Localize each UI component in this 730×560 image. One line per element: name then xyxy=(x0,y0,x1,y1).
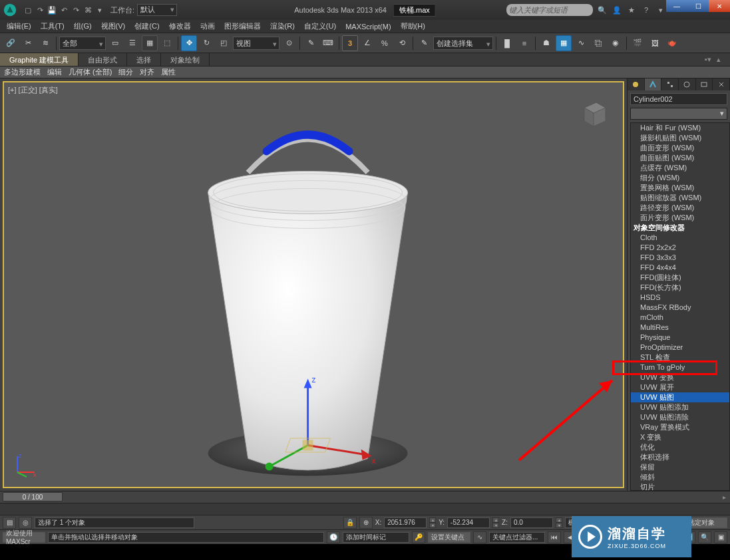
viewport-label[interactable]: [+] [正交] [真实] xyxy=(8,85,58,95)
cmd-tab-modify[interactable] xyxy=(645,78,662,90)
qat-save-icon[interactable]: 💾 xyxy=(47,5,57,15)
cmd-tab-utilities[interactable] xyxy=(713,78,730,90)
script-listener-toggle[interactable]: ▤ xyxy=(3,517,16,529)
percent-snap-icon[interactable]: % xyxy=(377,35,393,51)
y-coord-field[interactable]: -52.234 xyxy=(447,517,490,528)
y-spinner[interactable]: ▴▾ xyxy=(492,517,499,528)
app-logo[interactable] xyxy=(0,0,20,20)
modifier-item[interactable]: 体积选择 xyxy=(631,452,729,462)
ribbon-sub-poly[interactable]: 多边形建模 xyxy=(4,67,41,77)
ribbon-tab-selection[interactable]: 选择 xyxy=(127,53,161,66)
modifier-item[interactable]: 保留 xyxy=(631,462,729,472)
x-coord-field[interactable]: 2051.976 xyxy=(384,517,427,528)
manipulate-icon[interactable]: ✎ xyxy=(303,35,319,51)
use-center-icon[interactable]: ⊙ xyxy=(281,35,297,51)
layer-manager-icon[interactable]: ☗ xyxy=(538,35,554,51)
ribbon-sub-props[interactable]: 属性 xyxy=(161,67,176,77)
ribbon-tab-modeling[interactable]: Graphite 建模工具 xyxy=(0,53,79,66)
modifier-item[interactable]: FFD 2x2x2 xyxy=(631,243,729,253)
abs-rel-icon[interactable]: ⊕ xyxy=(359,517,373,529)
modifier-item[interactable]: STL 检查 xyxy=(631,352,729,362)
qat-redo-icon[interactable]: ↷ xyxy=(71,5,81,15)
add-time-tag[interactable]: 添加时间标记 xyxy=(343,532,409,543)
title-dropdown-icon[interactable]: ▾ xyxy=(655,5,666,15)
ribbon-sub-align[interactable]: 对齐 xyxy=(140,67,154,77)
signin-icon[interactable]: 👤 xyxy=(612,5,622,15)
modifier-item[interactable]: 细分 (WSM) xyxy=(631,173,729,183)
set-key-button[interactable]: 设置关键点 xyxy=(428,532,470,543)
select-by-name-icon[interactable]: ☰ xyxy=(124,35,140,51)
select-object-icon[interactable]: ▭ xyxy=(107,35,123,51)
select-move-icon[interactable]: ✥ xyxy=(181,35,197,51)
z-spinner[interactable]: ▴▾ xyxy=(556,517,562,528)
modifier-item[interactable]: UVW 变换 xyxy=(631,372,729,382)
nav-max-toggle-icon[interactable]: ▣ xyxy=(714,531,727,543)
track-bar[interactable] xyxy=(0,503,730,515)
qat-new-icon[interactable]: ▢ xyxy=(23,5,33,15)
modifier-item[interactable]: UVW 贴图添加 xyxy=(631,402,729,412)
select-rotate-icon[interactable]: ↻ xyxy=(198,35,214,51)
qat-open-icon[interactable]: ↷ xyxy=(35,5,45,15)
menu-modifiers[interactable]: 修改器 xyxy=(165,20,195,33)
modifier-item[interactable]: 路径变形 (WSM) xyxy=(631,203,729,213)
menu-graph-editors[interactable]: 图形编辑器 xyxy=(220,20,265,33)
set-key-key-icon[interactable]: 🔑 xyxy=(412,531,425,543)
viewport[interactable]: [+] [正交] [真实] xyxy=(3,81,624,488)
menu-rendering[interactable]: 渲染(R) xyxy=(266,20,299,33)
align-icon[interactable]: ≡ xyxy=(516,35,532,51)
cmd-tab-create[interactable] xyxy=(628,78,645,90)
ribbon-sub-subdiv[interactable]: 细分 xyxy=(118,67,133,77)
ribbon-min-icon[interactable]: ▴ xyxy=(717,55,726,65)
nav-zoom-icon[interactable]: 🔍 xyxy=(698,531,711,543)
object-name-field[interactable] xyxy=(630,93,727,105)
menu-tools[interactable]: 工具(T) xyxy=(37,20,69,33)
info-search-icon[interactable]: 🔍 xyxy=(597,5,608,15)
modifier-item[interactable]: Physique xyxy=(631,333,729,343)
menu-create[interactable]: 创建(C) xyxy=(130,20,163,33)
menu-views[interactable]: 视图(V) xyxy=(97,20,130,33)
modifier-item[interactable]: 对象空间修改器 xyxy=(631,223,729,233)
time-tag-icon[interactable]: 🕓 xyxy=(327,531,340,543)
angle-snap-icon[interactable]: ∠ xyxy=(359,35,375,51)
rendered-frame-icon[interactable]: 🖼 xyxy=(647,35,663,51)
lock-selection-icon[interactable]: 🔒 xyxy=(343,517,357,529)
modifier-item[interactable]: 倾斜 xyxy=(631,472,729,482)
help-icon[interactable]: ? xyxy=(641,5,651,15)
time-slider-bar[interactable]: 0 / 100 ▸ xyxy=(0,491,730,503)
modifier-item[interactable]: FFD(长方体) xyxy=(631,283,729,293)
qat-undo-icon[interactable]: ↶ xyxy=(59,5,69,15)
modifier-item[interactable]: FFD(圆柱体) xyxy=(631,273,729,283)
modifier-item[interactable]: Cloth xyxy=(631,233,729,243)
ribbon-tab-paint[interactable]: 对象绘制 xyxy=(161,53,210,66)
modifier-list-combo[interactable] xyxy=(630,108,727,120)
graphite-toggle-icon[interactable]: ▦ xyxy=(556,35,572,51)
menu-maxscript[interactable]: MAXScript(M) xyxy=(341,21,395,32)
key-filters-icon[interactable]: ∿ xyxy=(473,531,486,543)
qat-more-icon[interactable]: ▾ xyxy=(94,5,105,15)
modifier-item[interactable]: UVW 展开 xyxy=(631,382,729,392)
menu-edit[interactable]: 编辑(E) xyxy=(3,20,35,33)
window-crossing-icon[interactable]: ⬚ xyxy=(159,35,175,51)
key-filters-button[interactable]: 关键点过滤器... xyxy=(489,532,545,543)
modifier-item[interactable]: ProOptimizer xyxy=(631,343,729,352)
modifier-item[interactable]: FFD 4x4x4 xyxy=(631,263,729,273)
cmd-tab-motion[interactable] xyxy=(679,78,696,90)
edit-named-sel-icon[interactable]: ✎ xyxy=(416,35,432,51)
maxscript-mini-listener[interactable]: 欢迎使用 MAXScr xyxy=(3,532,45,543)
modifier-item[interactable]: HSDS xyxy=(631,293,729,303)
ribbon-sub-edit[interactable]: 编辑 xyxy=(47,67,62,77)
z-coord-field[interactable]: 0.0 xyxy=(510,517,553,528)
modifier-item[interactable]: 曲面变形 (WSM) xyxy=(631,143,729,153)
select-scale-icon[interactable]: ◰ xyxy=(216,35,232,51)
modifier-item[interactable]: 切片 xyxy=(631,482,729,491)
selection-filter-combo[interactable]: 全部 xyxy=(59,37,106,50)
window-minimize-button[interactable]: — xyxy=(666,0,687,12)
link-icon[interactable]: 🔗 xyxy=(3,35,19,51)
modifier-item[interactable]: 贴图缩放器 (WSM) xyxy=(631,193,729,203)
isolate-toggle[interactable]: ◎ xyxy=(19,517,32,529)
workspace-combo[interactable]: 默认 xyxy=(137,4,177,16)
modifier-item[interactable]: X 变换 xyxy=(631,432,729,442)
unlink-icon[interactable]: ✂ xyxy=(20,35,36,51)
modifier-item[interactable]: MultiRes xyxy=(631,323,729,333)
snap-toggle-3-icon[interactable]: 3 xyxy=(342,35,358,51)
